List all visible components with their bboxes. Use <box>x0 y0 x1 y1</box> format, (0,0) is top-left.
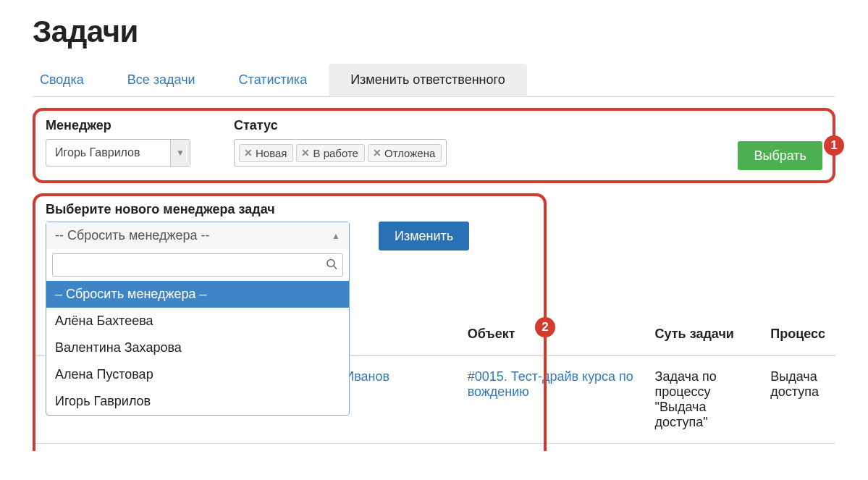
manager-select[interactable]: Игорь Гаврилов ▼ <box>46 139 190 167</box>
tab-change-responsible[interactable]: Изменить ответственного <box>329 64 527 96</box>
annotation-badge-1: 1 <box>824 135 844 156</box>
table-header-essence: Суть задачи <box>645 327 761 355</box>
search-icon <box>326 258 337 272</box>
chevron-down-icon[interactable]: ▼ <box>171 140 190 166</box>
dropdown-search-input[interactable] <box>52 253 343 277</box>
close-icon[interactable]: ✕ <box>373 147 382 159</box>
reassign-label: Выберите нового менеджера задач <box>46 202 534 217</box>
dropdown-header[interactable]: -- Сбросить менеджера -- ▲ <box>46 222 349 249</box>
tabs: Сводка Все задачи Статистика Изменить от… <box>33 64 835 97</box>
svg-point-0 <box>327 260 334 267</box>
manager-reassign-dropdown[interactable]: -- Сбросить менеджера -- ▲ – Сбросить ме… <box>46 222 350 416</box>
svg-line-1 <box>334 266 337 269</box>
status-tag[interactable]: ✕В работе <box>296 144 365 162</box>
dropdown-option[interactable]: Алёна Бахтеева <box>46 308 349 334</box>
process-cell: Выдача доступа <box>760 355 835 444</box>
status-tag[interactable]: ✕Отложена <box>368 144 442 162</box>
status-field: Статус ✕Новая ✕В работе ✕Отложена <box>234 118 447 167</box>
dropdown-current: -- Сбросить менеджера -- <box>55 228 210 243</box>
chevron-up-icon: ▲ <box>332 231 340 241</box>
status-tag-label: В работе <box>313 147 358 159</box>
status-tag-label: Новая <box>256 147 287 159</box>
filter-panel-annotation: 1 Менеджер Игорь Гаврилов ▼ Статус ✕Нова… <box>33 108 835 183</box>
dropdown-option[interactable]: Алена Пустовар <box>46 361 349 388</box>
status-tag-label: Отложена <box>384 147 435 159</box>
close-icon[interactable]: ✕ <box>301 147 310 159</box>
tab-statistics[interactable]: Статистика <box>217 64 329 96</box>
page-title: Задачи <box>33 14 835 49</box>
status-tag[interactable]: ✕Новая <box>239 144 293 162</box>
change-button[interactable]: Изменить <box>379 222 469 250</box>
tab-all-tasks[interactable]: Все задачи <box>106 64 217 96</box>
select-button[interactable]: Выбрать <box>738 141 822 170</box>
manager-field: Менеджер Игорь Гаврилов ▼ <box>46 118 190 167</box>
status-tag-input[interactable]: ✕Новая ✕В работе ✕Отложена <box>234 139 447 167</box>
manager-label: Менеджер <box>46 118 190 133</box>
dropdown-search <box>46 249 349 281</box>
dropdown-list: – Сбросить менеджера – Алёна Бахтеева Ва… <box>46 281 349 415</box>
close-icon[interactable]: ✕ <box>244 147 253 159</box>
essence-cell: Задача по процессу "Выдача доступа" <box>645 355 761 444</box>
dropdown-option[interactable]: Игорь Гаврилов <box>46 388 349 415</box>
manager-select-value: Игорь Гаврилов <box>46 140 171 166</box>
table-header-process: Процесс <box>760 327 835 355</box>
status-label: Статус <box>234 118 447 133</box>
dropdown-option[interactable]: Валентина Захарова <box>46 334 349 361</box>
annotation-badge-2: 2 <box>535 317 555 337</box>
dropdown-option-reset[interactable]: – Сбросить менеджера – <box>46 281 349 308</box>
reassign-panel-annotation: 2 Выберите нового менеджера задач -- Сбр… <box>33 193 547 451</box>
tab-summary[interactable]: Сводка <box>33 64 106 96</box>
